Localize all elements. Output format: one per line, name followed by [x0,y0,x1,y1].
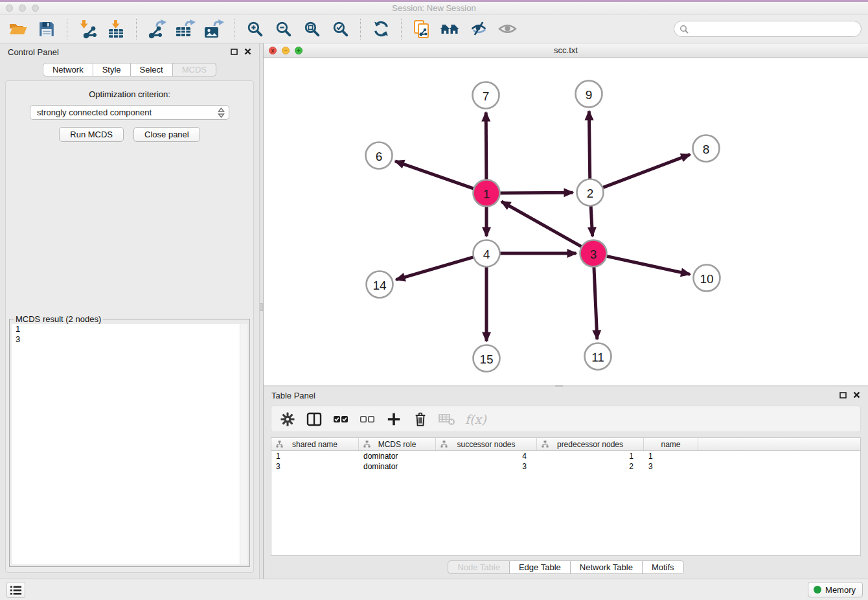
status-bar: Memory [0,579,868,600]
network-window-titlebar: x – + scc.txt [264,43,868,58]
float-panel-icon[interactable] [231,49,238,55]
zoom-fit-button[interactable] [301,18,323,40]
column-header-label: successor nodes [457,440,515,449]
tab-select[interactable]: Select [131,63,173,76]
tab-node-table[interactable]: Node Table [448,560,510,574]
zoom-window-button[interactable] [32,5,39,12]
apply-layout-button[interactable] [370,18,392,40]
graph-node-label: 2 [587,187,594,200]
mcds-result-item[interactable]: 3 [12,334,247,345]
task-history-button[interactable] [6,582,25,598]
clone-network-button[interactable] [411,18,433,40]
table-cell[interactable]: 4 [436,451,537,461]
table-settings-button[interactable] [279,411,296,428]
graph-edge-2-3[interactable] [591,204,593,236]
tab-motifs[interactable]: Motifs [643,560,684,574]
table-cell[interactable]: 3 [271,461,359,472]
add-column-button[interactable] [385,411,402,428]
tab-network[interactable]: Network [43,63,93,76]
minimize-view-button[interactable]: – [282,47,290,54]
unselect-all-button[interactable] [359,411,376,428]
tab-network-table[interactable]: Network Table [571,560,643,574]
close-view-button[interactable]: x [269,47,277,54]
graph-node-label: 6 [376,150,383,163]
save-session-button[interactable] [36,18,58,40]
search-input[interactable] [689,21,861,36]
table-cell[interactable]: dominator [359,461,436,472]
mcds-panel: Optimization criterion: strongly connect… [5,80,254,573]
column-header-predecessor-nodes[interactable]: predecessor nodes [537,438,644,450]
minimize-window-button[interactable] [19,5,26,12]
table-row[interactable]: 1dominator411 [271,451,860,461]
graph-edge-2-9[interactable] [589,111,589,180]
delete-column-button[interactable] [412,411,429,428]
export-network-button[interactable] [146,18,168,40]
split-table-button[interactable] [306,411,323,428]
column-header-successor-nodes[interactable]: successor nodes [436,438,537,450]
import-network-button[interactable] [76,18,98,40]
table-cell[interactable]: 3 [644,461,698,472]
unselect-all-icon [360,413,375,425]
select-all-button[interactable] [332,411,349,428]
graph-edge-2-8[interactable] [601,154,690,188]
run-mcds-button[interactable]: Run MCDS [59,127,124,142]
column-header-label: shared name [292,440,337,449]
zoom-in-button[interactable] [244,18,266,40]
eye-icon [498,20,517,38]
memory-status-dot [814,586,821,594]
network-canvas[interactable]: 7968124314101511 [264,58,868,385]
memory-button[interactable]: Memory [808,582,863,597]
table-cell[interactable]: 1 [644,451,698,461]
toolbar-separator [360,19,361,40]
graph-edge-4-14[interactable] [396,257,475,279]
window-titlebar: Session: New Session [0,2,868,15]
column-header-name[interactable]: name [644,438,698,450]
tab-style[interactable]: Style [93,63,131,76]
vertical-splitter[interactable] [259,43,264,579]
graph-edge-1-7[interactable] [486,112,486,181]
open-session-button[interactable] [7,18,29,40]
node-table: shared nameMCDS rolesuccessor nodesprede… [271,437,861,556]
graph-edge-1-6[interactable] [395,161,475,189]
tab-mcds[interactable]: MCDS [173,63,216,76]
graph-edge-1-2[interactable] [498,192,573,193]
column-header-label: predecessor nodes [557,440,623,449]
home-button[interactable] [439,18,461,40]
list-icon [10,585,22,595]
table-cell[interactable]: 1 [271,451,359,461]
graph-edge-3-11[interactable] [594,265,597,339]
optimization-criterion-select[interactable]: strongly connected component [30,105,229,120]
zoom-out-button[interactable] [272,18,294,40]
float-panel-icon[interactable] [839,392,847,398]
close-window-button[interactable] [6,5,13,12]
table-cell[interactable]: 1 [537,451,644,461]
show-all-button[interactable] [496,18,518,40]
network-view-title: scc.txt [264,43,868,58]
close-panel-icon[interactable] [853,391,860,398]
result-scrollbar[interactable] [240,324,247,564]
column-header-shared-name[interactable]: shared name [271,438,359,450]
table-cell[interactable]: dominator [359,451,436,461]
table-row[interactable]: 3dominator323 [271,461,860,472]
table-cell[interactable]: 3 [436,461,537,472]
splitter-grip[interactable] [260,303,263,311]
mcds-result-item[interactable]: 1 [12,324,247,334]
tab-edge-table[interactable]: Edge Table [510,560,571,574]
column-type-icon [542,441,549,448]
refresh-icon [372,20,390,38]
hide-selected-button[interactable] [468,18,490,40]
close-panel-icon[interactable] [244,48,251,55]
column-type-icon [276,441,283,448]
column-header-MCDS-role[interactable]: MCDS role [359,438,436,450]
split-view-icon [306,412,322,426]
export-image-button[interactable] [203,18,225,40]
table-cell[interactable]: 2 [537,461,644,472]
zoom-selected-button[interactable] [329,18,351,40]
graph-edge-3-1[interactable] [501,202,583,248]
control-panel-title: Control Panel [8,47,59,57]
close-panel-button[interactable]: Close panel [133,127,200,142]
graph-edge-3-10[interactable] [605,256,690,274]
export-table-button[interactable] [174,18,196,40]
maximize-view-button[interactable]: + [295,47,303,54]
import-table-button[interactable] [105,18,127,40]
